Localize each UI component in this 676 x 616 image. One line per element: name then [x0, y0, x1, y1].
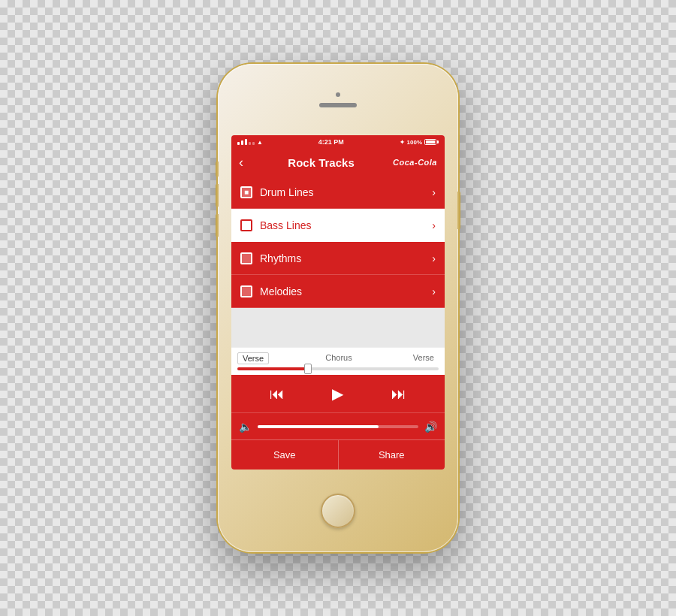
- signal-dot-2: [241, 140, 243, 145]
- power-button[interactable]: [457, 192, 460, 229]
- timeline-bar[interactable]: [237, 367, 439, 370]
- volume-high-icon: 🔊: [424, 421, 437, 433]
- track-item-melodies[interactable]: Melodies ›: [231, 275, 445, 308]
- timeline-label-chorus: Chorus: [321, 352, 356, 364]
- volume-down-button[interactable]: [216, 214, 219, 237]
- signal-dot-4: [249, 142, 251, 145]
- home-button[interactable]: [321, 494, 355, 528]
- transport-section: ⏮ ▶ ⏭: [231, 375, 445, 412]
- play-icon: ▶: [332, 386, 343, 401]
- battery: [424, 139, 439, 145]
- timeline-progress: [237, 367, 308, 370]
- battery-body: [424, 139, 436, 145]
- track-checkbox-rhythms[interactable]: [240, 252, 252, 264]
- track-item-rhythms[interactable]: Rhythms ›: [231, 242, 445, 275]
- bluetooth-icon: ✦: [400, 139, 405, 146]
- share-button[interactable]: Share: [339, 440, 445, 470]
- volume-up-button[interactable]: [216, 184, 219, 207]
- chevron-melodies: ›: [432, 285, 436, 297]
- chevron-rhythms: ›: [432, 252, 436, 264]
- status-left: ▲: [237, 139, 263, 146]
- signal-dot-5: [252, 142, 255, 145]
- battery-percent: 100%: [407, 139, 422, 146]
- timeline-thumb[interactable]: [304, 364, 312, 374]
- back-button[interactable]: ‹: [239, 156, 243, 169]
- status-bar: ▲ 4:21 PM ✦ 100%: [231, 135, 445, 149]
- signal-dot-1: [237, 142, 240, 145]
- coca-cola-logo: Coca-Cola: [393, 158, 437, 167]
- track-item-drum-lines[interactable]: ■ Drum Lines ›: [231, 176, 445, 209]
- action-bar: Save Share: [231, 439, 445, 470]
- battery-fill: [426, 140, 435, 143]
- timeline-labels: Verse Chorus Verse: [237, 352, 439, 364]
- signal-dot-3: [245, 139, 247, 145]
- mute-switch[interactable]: [216, 162, 219, 177]
- status-right: ✦ 100%: [400, 139, 439, 146]
- speaker-top: [319, 103, 357, 107]
- check-mark-drum: ■: [244, 188, 249, 196]
- nav-bar: ‹ Rock Tracks Coca-Cola: [231, 149, 445, 176]
- skip-back-button[interactable]: ⏮: [265, 382, 289, 406]
- save-button[interactable]: Save: [231, 440, 339, 470]
- signal-dots: [237, 139, 255, 145]
- status-time: 4:21 PM: [318, 138, 344, 146]
- volume-fill: [258, 425, 379, 428]
- track-name-melodies: Melodies: [260, 285, 432, 297]
- skip-back-icon: ⏮: [270, 386, 285, 401]
- play-button[interactable]: ▶: [326, 382, 350, 406]
- track-name-rhythms: Rhythms: [260, 252, 432, 264]
- track-checkbox-melodies[interactable]: [240, 285, 252, 297]
- phone-screen: ▲ 4:21 PM ✦ 100% ‹ Rock Tracks: [231, 135, 445, 470]
- camera: [336, 92, 340, 97]
- nav-title: Rock Tracks: [249, 156, 393, 169]
- battery-cap: [437, 140, 439, 143]
- track-name-bass-lines: Bass Lines: [260, 219, 432, 231]
- timeline-label-verse2: Verse: [409, 352, 439, 364]
- track-name-drum-lines: Drum Lines: [260, 186, 432, 198]
- skip-forward-button[interactable]: ⏭: [387, 382, 411, 406]
- wifi-icon: ▲: [257, 139, 263, 146]
- track-checkbox-drum-lines[interactable]: ■: [240, 186, 252, 198]
- volume-slider[interactable]: [258, 425, 418, 428]
- app-container: ▲ 4:21 PM ✦ 100% ‹ Rock Tracks: [231, 135, 445, 470]
- track-list: ■ Drum Lines › Bass Lines › Rhythms ›: [231, 176, 445, 347]
- skip-forward-icon: ⏭: [391, 386, 406, 401]
- chevron-drum-lines: ›: [432, 186, 436, 198]
- track-item-bass-lines[interactable]: Bass Lines ›: [231, 209, 445, 242]
- volume-low-icon: 🔈: [239, 421, 252, 433]
- timeline-label-verse1: Verse: [237, 352, 269, 364]
- timeline-section: Verse Chorus Verse: [231, 347, 445, 375]
- track-checkbox-bass-lines[interactable]: [240, 219, 252, 231]
- volume-section: 🔈 🔊: [231, 412, 445, 439]
- chevron-bass-lines: ›: [432, 219, 436, 231]
